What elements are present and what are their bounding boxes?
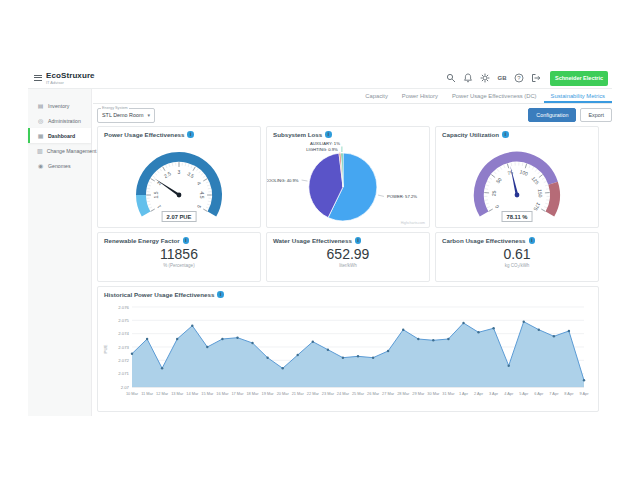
svg-text:21 Mar: 21 Mar	[292, 391, 305, 396]
card-renewable-energy-factor: Renewable Energy Factor 11856 % (Percent…	[97, 232, 261, 282]
card-title: Subsystem Loss	[273, 131, 322, 138]
card-title: Historical Power Usage Effectiveness	[104, 291, 214, 298]
svg-text:2.076: 2.076	[118, 305, 129, 310]
tab-power-history[interactable]: Power History	[395, 90, 445, 103]
toolbar: Energy System STL Demo Room Configuratio…	[93, 105, 612, 125]
sidebar-item-genomes[interactable]: ◉Genomes	[28, 158, 91, 173]
menu-icon[interactable]	[34, 75, 42, 81]
bell-icon[interactable]	[461, 71, 475, 85]
svg-text:3.5: 3.5	[186, 170, 195, 179]
svg-text:175: 175	[532, 202, 541, 212]
sidebar-item-change-management[interactable]: ▥Change Management	[28, 143, 91, 158]
app-logo-subtitle: IT Advisor	[46, 80, 95, 85]
svg-text:POWER: 57.2%: POWER: 57.2%	[387, 194, 417, 199]
sidebar-item-administration[interactable]: ◎Administration	[28, 113, 91, 128]
svg-text:4: 4	[196, 181, 203, 187]
card-capacity-utilization: Capacity Utilization 0255075100125150175…	[435, 126, 599, 228]
svg-text:10 Mar: 10 Mar	[126, 391, 139, 396]
svg-text:4 Apr: 4 Apr	[504, 391, 514, 396]
energy-system-select[interactable]: Energy System STL Demo Room	[97, 108, 155, 123]
highcharts-credit-link[interactable]: Highcharts.com	[401, 221, 425, 225]
info-icon[interactable]	[355, 237, 362, 244]
svg-text:14 Mar: 14 Mar	[186, 391, 199, 396]
card-carbon-usage-effectiveness: Carbon Usage Effectiveness 0.61 kg CO₂/k…	[435, 232, 599, 282]
svg-text:2.073: 2.073	[118, 345, 129, 350]
metric-unit: kg CO₂/kWh	[436, 263, 598, 268]
svg-text:25: 25	[490, 190, 496, 196]
capacity-value-badge: 78.11 %	[502, 211, 533, 222]
svg-text:1.5: 1.5	[153, 191, 159, 198]
tab-capacity[interactable]: Capacity	[358, 90, 395, 103]
svg-text:13 Mar: 13 Mar	[171, 391, 184, 396]
info-icon[interactable]	[502, 131, 509, 138]
card-title: Capacity Utilization	[442, 131, 499, 138]
sidebar-item-label: Genomes	[48, 163, 71, 169]
metric-value: 652.99	[267, 246, 429, 262]
svg-text:25 Mar: 25 Mar	[352, 391, 365, 396]
change-management-icon: ▥	[37, 147, 43, 154]
svg-text:30 Mar: 30 Mar	[427, 391, 440, 396]
card-historical-pue: Historical Power Usage Effectiveness 2.0…	[97, 286, 599, 412]
schneider-brand-button[interactable]: Schneider Electric	[550, 71, 608, 86]
help-icon[interactable]: ?	[512, 71, 526, 85]
info-icon[interactable]	[325, 131, 332, 138]
svg-text:3 Apr: 3 Apr	[489, 391, 499, 396]
svg-text:125: 125	[530, 175, 540, 185]
pue-gauge-chart: 11.522.533.544.55	[98, 139, 260, 219]
historical-pue-area-chart: 2.072.0712.0722.0732.0742.0752.07610 Mar…	[98, 299, 598, 409]
logout-icon[interactable]	[529, 71, 543, 85]
info-icon[interactable]	[183, 237, 190, 244]
info-icon[interactable]	[529, 237, 536, 244]
administration-icon: ◎	[37, 117, 44, 124]
metric-value: 11856	[98, 246, 260, 262]
svg-text:18 Mar: 18 Mar	[246, 391, 259, 396]
toolbar-buttons: ConfigurationExport	[528, 108, 612, 122]
svg-text:50: 50	[495, 176, 503, 184]
pue-value-badge: 2.07 PUE	[162, 211, 197, 222]
metric-unit: % (Percentage)	[98, 263, 260, 268]
app-logo-area: EcoStruxure IT Advisor	[34, 72, 95, 85]
info-icon[interactable]	[217, 291, 224, 298]
sidebar-item-label: Inventory	[48, 103, 69, 109]
tab-sustainability-metrics[interactable]: Sustainability Metrics	[544, 90, 612, 103]
svg-text:100: 100	[519, 169, 529, 177]
svg-text:?: ?	[517, 75, 521, 81]
sidebar-item-inventory[interactable]: ▤Inventory	[28, 98, 91, 113]
card-power-usage-effectiveness: Power Usage Effectiveness 11.522.533.544…	[97, 126, 261, 228]
inventory-icon: ▤	[37, 102, 44, 109]
svg-text:24 Mar: 24 Mar	[337, 391, 350, 396]
energy-system-label: Energy System	[101, 106, 129, 110]
ecostruxure-dashboard: EcoStruxure IT Advisor GB ? Schneider El…	[0, 0, 640, 480]
metric-unit: liter/kWh	[267, 263, 429, 268]
card-title: Renewable Energy Factor	[104, 237, 180, 244]
card-title: Water Usage Effectiveness	[273, 237, 352, 244]
svg-text:6 Apr: 6 Apr	[534, 391, 544, 396]
svg-text:1 Apr: 1 Apr	[459, 391, 469, 396]
tab-power-usage-effectiveness-dc-[interactable]: Power Usage Effectiveness (DC)	[445, 90, 544, 103]
export-button[interactable]: Export	[580, 108, 612, 122]
svg-text:9 Apr: 9 Apr	[579, 391, 589, 396]
sidebar-item-dashboard[interactable]: ▦Dashboard	[28, 128, 91, 143]
capacity-gauge-chart: 0255075100125150175	[436, 139, 598, 219]
svg-text:5: 5	[196, 204, 203, 210]
svg-text:2.5: 2.5	[163, 170, 172, 179]
svg-text:16 Mar: 16 Mar	[216, 391, 229, 396]
gear-icon[interactable]	[478, 71, 492, 85]
locale-badge[interactable]: GB	[495, 71, 509, 85]
svg-text:31 Mar: 31 Mar	[442, 391, 455, 396]
sidebar: ▤Inventory◎Administration▦Dashboard▥Chan…	[28, 89, 92, 416]
info-icon[interactable]	[187, 131, 194, 138]
svg-text:150: 150	[537, 189, 544, 198]
search-icon[interactable]	[444, 71, 458, 85]
svg-text:5 Apr: 5 Apr	[519, 391, 529, 396]
chevron-down-icon	[147, 112, 150, 118]
svg-text:26 Mar: 26 Mar	[367, 391, 380, 396]
svg-text:12 Mar: 12 Mar	[156, 391, 169, 396]
sidebar-item-label: Dashboard	[48, 133, 75, 139]
svg-text:2.072: 2.072	[118, 358, 129, 363]
dashboard-icon: ▦	[37, 132, 44, 139]
svg-text:2 Apr: 2 Apr	[474, 391, 484, 396]
svg-text:4.5: 4.5	[199, 192, 205, 199]
svg-text:28 Mar: 28 Mar	[397, 391, 410, 396]
configuration-button[interactable]: Configuration	[528, 108, 576, 122]
